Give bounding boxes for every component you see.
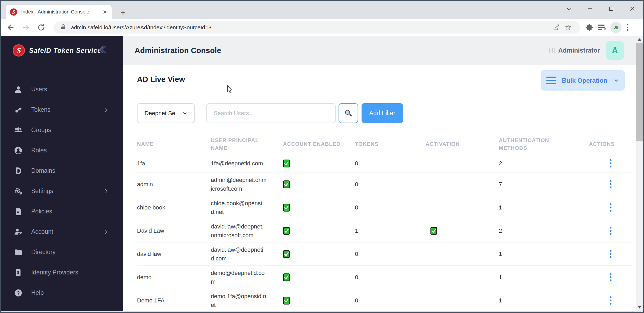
window-controls [558,1,643,16]
identity-source-select[interactable]: Deepnet Se [137,103,195,123]
folder-icon [14,248,23,257]
table-row: David Lawdavid.law@deepnet.onmicrosoft.c… [137,219,632,242]
add-filter-button[interactable]: Add Filter [362,103,403,123]
address-bar[interactable]: admin.safeid.io/Users/AzureAd/Index?iden… [53,21,580,34]
sidebar-item-users[interactable]: Users [1,79,123,100]
sidebar-item-tokens[interactable]: Tokens [1,100,123,120]
tab-strip: S Index - Administration Console × + [1,1,643,19]
sidebar-item-groups[interactable]: Groups [1,120,123,140]
sidebar-item-settings[interactable]: Settings [1,181,123,201]
cell-actions [589,271,632,284]
cell-auth-methods: 2 [499,226,589,235]
console-header: Administration Console Hi,Administrator … [123,36,643,65]
sidebar-item-identity-providers[interactable]: Identity Providers [1,262,123,283]
cell-account-enabled [283,273,355,281]
row-actions-button[interactable] [608,178,614,191]
back-button[interactable] [5,22,16,33]
bulk-operation-button[interactable]: Bulk Operation [541,70,625,91]
magnifier-icon [344,109,353,118]
idcard-icon [14,268,23,277]
tab-search-chevron-icon[interactable] [558,1,579,16]
sidebar-item-account[interactable]: Account [1,222,123,242]
sidebar-item-label: Groups [31,127,51,134]
row-actions-button[interactable] [608,248,614,260]
row-actions-button[interactable] [608,157,614,170]
scrollbar-thumb[interactable] [636,43,643,141]
sidebar-item-help[interactable]: ?Help [1,283,123,303]
share-icon[interactable] [551,22,562,33]
sidebar-item-domains[interactable]: Domains [1,161,123,181]
cell-upn: 1fa@deepnetid.com [211,159,283,168]
tab-close-button[interactable]: × [102,8,107,15]
safeid-logo-icon: S [13,44,25,57]
row-actions-button[interactable] [608,271,614,284]
profile-avatar[interactable] [610,22,622,33]
maximize-button[interactable] [601,1,622,16]
cell-actions [589,225,632,237]
table-row: demodemo@deepnetid.com01 [137,265,632,289]
scroll-down-arrow-icon[interactable] [637,306,642,309]
search-button[interactable] [339,103,358,123]
table-row: david lawdavid.law@deepnetid.com01 [137,242,632,265]
minimize-button[interactable] [579,1,601,16]
table-row: 1fa1fa@deepnetid.com02 [137,154,632,172]
green-check-icon [430,227,499,235]
page-title: AD Live View [137,75,185,84]
sidebar-item-directory[interactable]: Directory [1,242,123,262]
sidebar-item-label: Help [31,289,44,296]
filter-row: Deepnet Se Add Filter [137,103,403,123]
settings-icon [14,187,23,196]
green-check-icon [283,227,355,235]
sidebar-collapse-icon[interactable] [97,44,108,56]
cell-upn: demo@deepnetid.com [211,269,283,286]
new-tab-button[interactable]: + [117,7,129,18]
col-account-enabled: Account Enabled [283,140,355,148]
row-actions-button[interactable] [608,294,614,307]
cell-name: admin [137,180,211,189]
domain-icon [14,166,23,175]
row-actions-button[interactable] [608,201,614,214]
reload-button[interactable] [35,22,47,33]
bookmark-star-icon[interactable]: ☆ [562,22,574,33]
svg-text:?: ? [17,290,20,296]
extensions-puzzle-icon[interactable] [583,21,596,34]
table-header-row: Name User Principal Name Account Enabled… [137,134,632,154]
tab-title: Index - Administration Console [21,9,102,15]
close-window-button[interactable] [622,1,643,16]
toolbar-right-icons: ♪ [583,21,634,34]
cell-actions [589,157,632,170]
chevron-right-icon [104,230,109,234]
scroll-up-arrow-icon[interactable] [637,38,642,41]
search-input[interactable] [206,103,336,123]
browser-window: S Index - Administration Console × + adm… [0,0,644,313]
media-controls-icon[interactable]: ♪ [596,21,608,34]
cell-tokens: 0 [355,250,426,258]
help-icon: ? [14,288,23,297]
safeid-favicon-icon: S [10,8,17,16]
cell-upn: demo.1fa@opensid.net [211,292,283,309]
page-scrollbar[interactable] [636,36,643,311]
table-row: chloe bookchloe.book@opensid.net01 [137,196,632,219]
user-avatar[interactable]: A [606,41,624,60]
sidebar-item-label: Policies [31,208,52,215]
sidebar-item-roles[interactable]: Roles [1,140,123,161]
sidebar-item-label: Users [31,86,47,93]
policy-icon [14,207,23,216]
chevron-down-icon [182,111,188,116]
sidebar-item-policies[interactable]: Policies [1,201,123,222]
browser-tab[interactable]: S Index - Administration Console × [6,5,112,19]
cell-account-enabled [283,180,355,188]
cell-name: david law [137,250,211,258]
cell-account-enabled [283,160,355,167]
sidebar-item-label: Account [31,228,53,235]
cell-tokens: 0 [355,296,426,305]
cell-auth-methods: 1 [499,250,589,258]
col-tokens: Tokens [355,140,426,148]
browser-menu-icon[interactable] [625,22,630,32]
row-actions-button[interactable] [608,225,614,237]
forward-button[interactable] [20,22,32,33]
cell-name: 1fa [137,159,211,168]
cell-name: Demo 1FA [137,296,211,305]
users-table: Name User Principal Name Account Enabled… [137,134,632,312]
cell-account-enabled [283,204,355,212]
